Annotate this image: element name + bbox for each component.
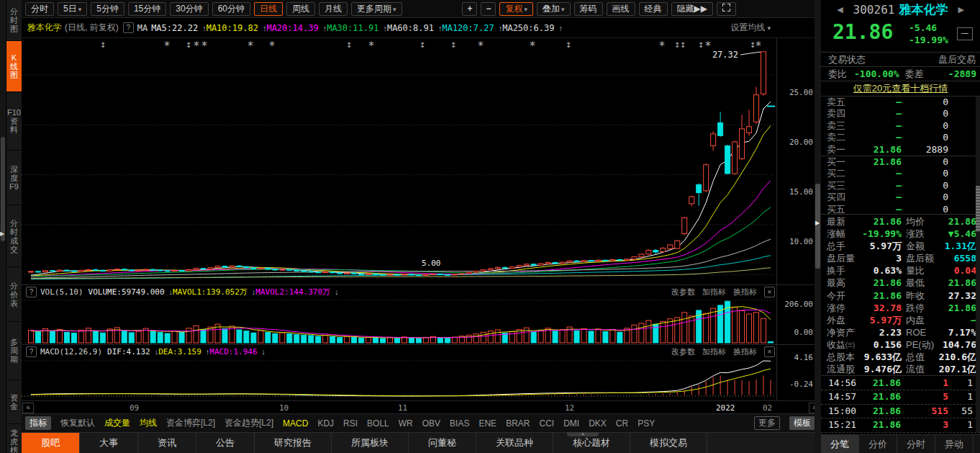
close-pane-icon[interactable]: × [764, 287, 775, 297]
event-marker-icon[interactable]: * [756, 40, 761, 53]
event-marker-icon[interactable]: * [164, 40, 170, 53]
tool-button-经典[interactable]: 经典 [639, 2, 668, 16]
quote-tab-分时[interactable]: 分时 [897, 435, 935, 453]
event-marker-icon[interactable]: ↕ [419, 41, 425, 49]
ma-settings-button[interactable]: 设置均线 ▾ [730, 22, 771, 34]
tick-list[interactable]: 14:5621.861114:5721.865115:0021.86515551… [821, 377, 980, 433]
quote-tab-分笔[interactable]: 分笔 [821, 435, 859, 453]
pane-control-改参数[interactable]: 改参数 [671, 287, 695, 297]
period-button-更多周期[interactable]: 更多周期▾ [351, 2, 402, 16]
pane-control-改参数[interactable]: 改参数 [671, 346, 695, 357]
indicator-tab-BOLL[interactable]: BOLL [367, 418, 389, 429]
indicator-tab-WR[interactable]: WR [399, 418, 413, 429]
sidebar-item-K线图[interactable]: K线图 [6, 41, 22, 92]
tool-button-叠加[interactable]: 叠加▾ [537, 2, 571, 16]
bottom-tab-问董秘[interactable]: 问董秘 [409, 433, 476, 453]
sidebar-item-F10资料[interactable]: F10资料 [6, 92, 22, 151]
tool-button-+[interactable]: + [462, 2, 477, 16]
quote-scrollbar[interactable] [976, 97, 980, 432]
tool-button-筹码[interactable]: 筹码 [574, 2, 603, 16]
pane-control-换指标[interactable]: 换指标 [733, 287, 757, 297]
fullscreen-button[interactable] [717, 2, 736, 16]
close-pane-icon[interactable]: × [764, 346, 775, 357]
event-marker-icon[interactable]: * [269, 40, 275, 53]
event-marker-icon[interactable]: ↕ [750, 41, 756, 49]
event-marker-icon[interactable]: ↕ [100, 41, 106, 49]
indicator-tab-CCI[interactable]: CCI [539, 418, 554, 429]
indicator-tab-CR[interactable]: CR [616, 418, 628, 429]
macd-chart-canvas[interactable] [22, 358, 815, 400]
tool-button-复权[interactable]: 复权▾ [499, 2, 533, 16]
sidebar-item-资金[interactable]: 资金 [6, 380, 22, 424]
tool-button-−[interactable]: − [481, 2, 496, 16]
period-button-周线[interactable]: 周线 [286, 2, 315, 16]
event-marker-icon[interactable]: ↕ [566, 41, 571, 49]
event-marker-icon[interactable]: ↕ [346, 41, 352, 49]
quote-tab-分价[interactable]: 分价 [859, 435, 897, 453]
scroll-left-button[interactable]: « [22, 403, 34, 413]
indicator-tab-均线[interactable]: 均线 [140, 417, 157, 429]
level2-promo-link[interactable]: 仅需20元查看十档行情 [821, 81, 980, 96]
indicator-tab-MACD[interactable]: MACD [283, 418, 308, 429]
right-strip-thumb[interactable] [815, 184, 820, 269]
left-scrollbar-thumb[interactable] [1, 137, 5, 241]
help-icon[interactable]: ? [123, 22, 134, 33]
pane-control-换指标[interactable]: 换指标 [733, 346, 757, 357]
bottom-tab-研究报告[interactable]: 研究报告 [255, 433, 332, 453]
sidebar-item-龙虎榜[interactable]: 龙虎榜 [6, 424, 22, 453]
period-button-日线[interactable]: 日线 [254, 2, 283, 16]
event-marker-icon[interactable]: * [194, 40, 199, 53]
event-marker-icon[interactable]: * [659, 40, 665, 53]
event-marker-icon[interactable]: * [478, 40, 484, 53]
indicator-tab-资金博弈[L2][interactable]: 资金博弈[L2] [166, 417, 215, 429]
event-marker-icon[interactable]: ↕ [186, 41, 191, 49]
period-button-30分钟[interactable]: 30分钟 [170, 2, 208, 16]
tool-button-画线[interactable]: 画线 [607, 2, 635, 16]
sidebar-item-分价表[interactable]: 分价表 [6, 267, 22, 322]
sidebar-item-多周期[interactable]: 多周期 [6, 322, 22, 380]
indicator-tab-DMI[interactable]: DMI [563, 418, 579, 429]
indicator-tab-DKX[interactable]: DKX [589, 418, 607, 429]
event-marker-icon[interactable]: ↕ [680, 41, 686, 49]
right-collapse-strip[interactable]: ▶ [815, 0, 821, 453]
quote-scrollbar-thumb[interactable] [976, 186, 980, 232]
bottom-tab-大事[interactable]: 大事 [80, 433, 138, 453]
event-marker-icon[interactable]: * [248, 40, 253, 53]
collapse-handle[interactable]: ▲ [567, 432, 599, 436]
bottom-tab-资讯[interactable]: 资讯 [138, 433, 196, 453]
indicator-tab-指标[interactable]: 指标 [25, 416, 51, 430]
period-button-5分钟[interactable]: 5分钟 [91, 2, 124, 16]
indicator-tab-模板[interactable]: 模板 [789, 416, 815, 430]
period-button-60分钟[interactable]: 60分钟 [212, 2, 250, 16]
period-button-分时[interactable]: 分时 [25, 2, 54, 16]
indicator-tab-恢复默认[interactable]: 恢复默认 [60, 417, 95, 429]
indicator-tab-PSY[interactable]: PSY [638, 418, 655, 429]
bottom-tab-股吧[interactable]: 股吧 [22, 433, 80, 453]
left-collapse-strip[interactable]: ▶ [0, 0, 6, 453]
tool-button-隐藏▶▶[interactable]: 隐藏▶▶ [671, 2, 713, 16]
bottom-tab-模拟交易[interactable]: 模拟交易 [630, 433, 707, 453]
volume-chart-canvas[interactable] [22, 298, 815, 344]
indicator-tab-ENE[interactable]: ENE [478, 418, 496, 429]
bottom-tab-所属板块[interactable]: 所属板块 [332, 433, 409, 453]
indicator-tab-更多[interactable]: 更多 [754, 416, 780, 430]
minimize-button[interactable]: — [957, 27, 973, 40]
sidebar-item-分时图[interactable]: 分时图 [6, 0, 22, 41]
next-stock-button[interactable]: ▶ [958, 5, 963, 14]
indicator-tab-资金趋势[L2][interactable]: 资金趋势[L2] [224, 417, 273, 429]
sidebar-item-分时成交[interactable]: 分时成交 [6, 205, 22, 267]
indicator-tab-BIAS[interactable]: BIAS [450, 418, 469, 429]
event-marker-icon[interactable]: ↕ [698, 41, 704, 49]
indicator-tab-OBV[interactable]: OBV [422, 418, 440, 429]
help-icon[interactable]: ? [26, 287, 37, 297]
event-marker-icon[interactable]: * [201, 40, 207, 53]
quote-tab-异动[interactable]: 异动 [935, 435, 974, 453]
indicator-tab-KDJ[interactable]: KDJ [317, 418, 334, 429]
period-button-月线[interactable]: 月线 [319, 2, 348, 16]
pane-control-加指标[interactable]: 加指标 [702, 346, 726, 357]
event-marker-icon[interactable]: * [530, 40, 535, 53]
prev-stock-button[interactable]: ◀ [837, 5, 843, 14]
bottom-tab-公告[interactable]: 公告 [196, 433, 255, 453]
indicator-tab-RSI[interactable]: RSI [343, 418, 358, 429]
event-marker-icon[interactable]: * [368, 40, 374, 53]
